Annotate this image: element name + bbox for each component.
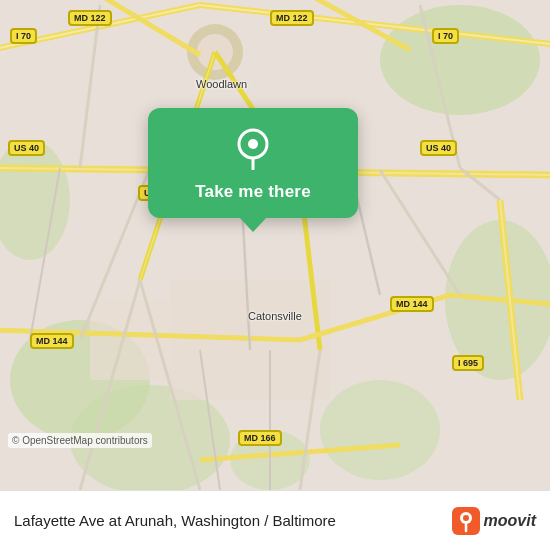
svg-rect-9 bbox=[90, 300, 190, 380]
badge-md122-top-right: MD 122 bbox=[270, 10, 314, 26]
bottom-bar: Lafayette Ave at Arunah, Washington / Ba… bbox=[0, 490, 550, 550]
map-svg bbox=[0, 0, 550, 490]
badge-us40-left: US 40 bbox=[8, 140, 45, 156]
badge-md144-left: MD 144 bbox=[30, 333, 74, 349]
svg-point-44 bbox=[248, 139, 258, 149]
map-container: Woodlawn Catonsville I 70 MD 122 MD 122 … bbox=[0, 0, 550, 490]
moovit-label: moovit bbox=[484, 512, 536, 530]
popup-card: Take me there bbox=[148, 108, 358, 218]
badge-md166: MD 166 bbox=[238, 430, 282, 446]
badge-us40-right: US 40 bbox=[420, 140, 457, 156]
take-me-there-button[interactable]: Take me there bbox=[195, 182, 311, 202]
svg-point-5 bbox=[320, 380, 440, 480]
badge-i70-top-right: I 70 bbox=[432, 28, 459, 44]
moovit-logo: moovit bbox=[452, 507, 536, 535]
map-attribution: © OpenStreetMap contributors bbox=[8, 433, 152, 448]
badge-md144-right: MD 144 bbox=[390, 296, 434, 312]
moovit-pin-icon bbox=[452, 507, 480, 535]
badge-md122-top-left: MD 122 bbox=[68, 10, 112, 26]
label-catonsville: Catonsville bbox=[248, 310, 302, 322]
svg-point-48 bbox=[463, 515, 469, 521]
location-pin-icon bbox=[231, 126, 275, 170]
label-woodlawn: Woodlawn bbox=[196, 78, 247, 90]
badge-i695: I 695 bbox=[452, 355, 484, 371]
location-label: Lafayette Ave at Arunah, Washington / Ba… bbox=[14, 512, 452, 529]
svg-point-1 bbox=[380, 5, 540, 115]
badge-i70-left: I 70 bbox=[10, 28, 37, 44]
